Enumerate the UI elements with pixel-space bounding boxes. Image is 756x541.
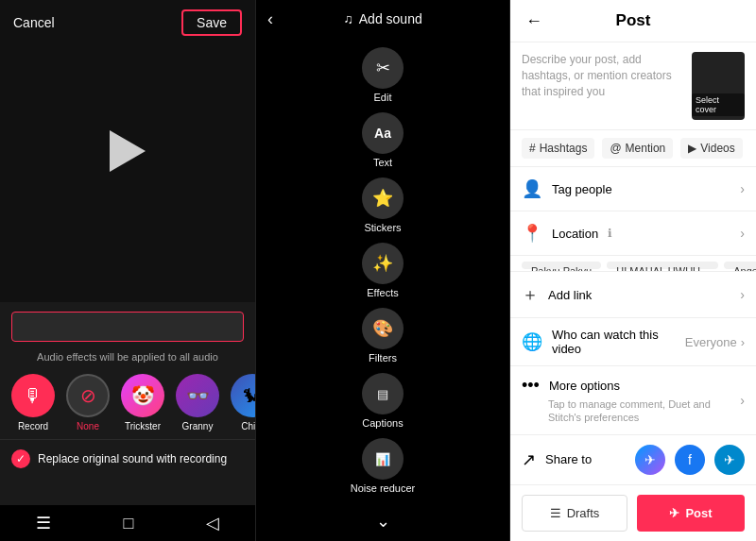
messenger-share-button[interactable]: ✈ <box>635 445 665 475</box>
effect-granny[interactable]: 👓 Granny <box>176 374 219 431</box>
person-icon: 👤 <box>522 178 542 199</box>
who-watch-value-row: Everyone › <box>685 335 745 349</box>
effect-trickster-label: Trickster <box>125 421 161 431</box>
effect-trickster[interactable]: 🤡 Trickster <box>121 374 164 431</box>
add-link-row[interactable]: ＋ Add link › <box>510 272 756 318</box>
add-link-label: Add link <box>548 288 592 302</box>
post-header: ← Post <box>510 0 756 42</box>
effects-row: 🎙 Record ⊘ None 🤡 Trickster 👓 Granny 🐿 <box>0 370 255 439</box>
post-description-area: Describe your post, add hashtags, or men… <box>510 42 756 130</box>
effect-none-label: None <box>77 421 99 431</box>
share-icon: ↗ <box>522 449 536 470</box>
drafts-button[interactable]: ☰ Drafts <box>522 495 627 532</box>
tag-people-row[interactable]: 👤 Tag people › <box>510 167 756 211</box>
post-cover-thumbnail[interactable]: Select cover <box>692 52 745 120</box>
tool-edit[interactable]: ✂ Edit <box>362 47 404 103</box>
location-tag-2[interactable]: HI MAHAL UWUU... <box>607 262 718 269</box>
location-tag-1[interactable]: Pakyu Pakyu <box>522 262 601 269</box>
tool-effects-label: Effects <box>367 287 398 298</box>
more-options-left: ••• More options Tap to manage comment, … <box>522 376 740 425</box>
add-sound-label: Add sound <box>359 11 422 26</box>
effect-granny-label: Granny <box>182 421 214 431</box>
videos-icon: ▶ <box>688 142 696 155</box>
who-watch-text: Who can watch this video <box>552 328 685 356</box>
tag-people-left: 👤 Tag people <box>522 178 612 199</box>
effect-chip[interactable]: 🐿 Chi... <box>231 374 255 431</box>
tool-captions-label: Captions <box>362 417 403 429</box>
who-watch-chevron-icon: › <box>741 335 745 349</box>
tool-text-label: Text <box>373 157 392 168</box>
tool-noise-reducer[interactable]: 📊 Noise reducer <box>351 438 415 494</box>
text-icon: Aa <box>362 112 404 154</box>
link-icon: ＋ <box>522 283 539 306</box>
location-tag-3[interactable]: Angeles City <box>724 262 756 269</box>
record-icon: 🎙 <box>11 374 55 417</box>
more-options-row[interactable]: ••• More options Tap to manage comment, … <box>510 366 756 435</box>
add-sound-button[interactable]: ♫ Add sound <box>343 11 421 26</box>
editor-panel: Cancel Save Audio effects will be applie… <box>0 0 255 541</box>
post-back-button[interactable]: ← <box>525 11 542 31</box>
hashtags-button[interactable]: # Hashtags <box>522 138 594 159</box>
tool-noise-reducer-label: Noise reducer <box>351 482 415 494</box>
who-watch-left: 🌐 Who can watch this video <box>522 328 685 356</box>
audio-effects-note: Audio effects will be applied to all aud… <box>0 347 255 370</box>
post-title: Post <box>616 11 651 30</box>
more-options-chevron-icon: › <box>740 393 745 408</box>
effect-record[interactable]: 🎙 Record <box>11 374 55 431</box>
tools-back-button[interactable]: ‹ <box>267 9 273 29</box>
location-info-icon: ℹ <box>608 227 612 240</box>
effect-none[interactable]: ⊘ None <box>66 374 110 431</box>
play-icon <box>110 130 146 172</box>
mention-icon: @ <box>610 142 621 155</box>
replace-sound-row[interactable]: ✓ Replace original sound with recording <box>0 439 255 478</box>
post-hashtags-row: # Hashtags @ Mention ▶ Videos <box>510 130 756 167</box>
tool-stickers[interactable]: ⭐ Stickers <box>362 178 404 233</box>
hashtag-icon: # <box>529 142 536 155</box>
granny-icon: 👓 <box>176 374 219 417</box>
tool-captions[interactable]: ▤ Captions <box>362 373 404 429</box>
nav-back-icon[interactable]: ◁ <box>206 513 219 533</box>
chip-icon: 🐿 <box>231 374 255 417</box>
share-to-row: ↗ Share to ✈ f ✈ <box>510 435 756 485</box>
tools-panel: ‹ ♫ Add sound ✂ Edit Aa Text ⭐ Stickers … <box>255 0 510 541</box>
captions-icon: ▤ <box>362 373 404 414</box>
cancel-button[interactable]: Cancel <box>13 15 55 30</box>
more-options-sublabel: Tap to manage comment, Duet and Stitch's… <box>522 397 740 425</box>
tool-filters[interactable]: 🎨 Filters <box>362 308 404 363</box>
replace-sound-label: Replace original sound with recording <box>38 452 227 465</box>
more-options-icon: ••• <box>522 376 540 396</box>
video-preview[interactable] <box>0 0 255 302</box>
telegram-share-button[interactable]: ✈ <box>714 445 745 475</box>
more-options-label: More options <box>549 379 620 393</box>
chevron-down-icon[interactable]: ⌄ <box>376 511 390 532</box>
post-description-text: Describe your post, add hashtags, or men… <box>522 52 684 120</box>
add-link-chevron-icon: › <box>740 287 745 302</box>
editor-topbar: Cancel Save <box>0 0 255 45</box>
filters-icon: 🎨 <box>362 308 404 349</box>
location-row[interactable]: 📍 Location ℹ › <box>510 211 756 256</box>
tool-effects[interactable]: ✨ Effects <box>362 243 404 298</box>
who-watch-row[interactable]: 🌐 Who can watch this video Everyone › <box>510 318 756 366</box>
tool-stickers-label: Stickers <box>364 222 401 233</box>
music-note-icon: ♫ <box>343 11 353 26</box>
audio-search-bar[interactable] <box>11 312 244 342</box>
globe-icon: 🌐 <box>522 331 542 352</box>
tool-filters-label: Filters <box>369 352 397 363</box>
facebook-share-button[interactable]: f <box>675 445 705 475</box>
videos-button[interactable]: ▶ Videos <box>680 138 742 159</box>
who-watch-value: Everyone <box>685 335 737 349</box>
drafts-label: Drafts <box>567 506 600 520</box>
mention-button[interactable]: @ Mention <box>602 138 673 159</box>
nav-square-icon[interactable]: □ <box>124 514 134 533</box>
hashtags-label: Hashtags <box>540 142 588 155</box>
post-submit-label: Post <box>685 506 712 520</box>
post-cover-label: Select cover <box>692 93 745 116</box>
replace-sound-check-icon: ✓ <box>11 449 30 468</box>
add-link-left: ＋ Add link <box>522 283 592 306</box>
tool-edit-label: Edit <box>374 92 392 103</box>
audio-effects-panel: Audio effects will be applied to all aud… <box>0 302 255 505</box>
tool-text[interactable]: Aa Text <box>362 112 404 168</box>
post-submit-button[interactable]: ✈ Post <box>637 495 745 532</box>
nav-home-icon[interactable]: ☰ <box>36 513 51 533</box>
save-button[interactable]: Save <box>181 9 242 36</box>
